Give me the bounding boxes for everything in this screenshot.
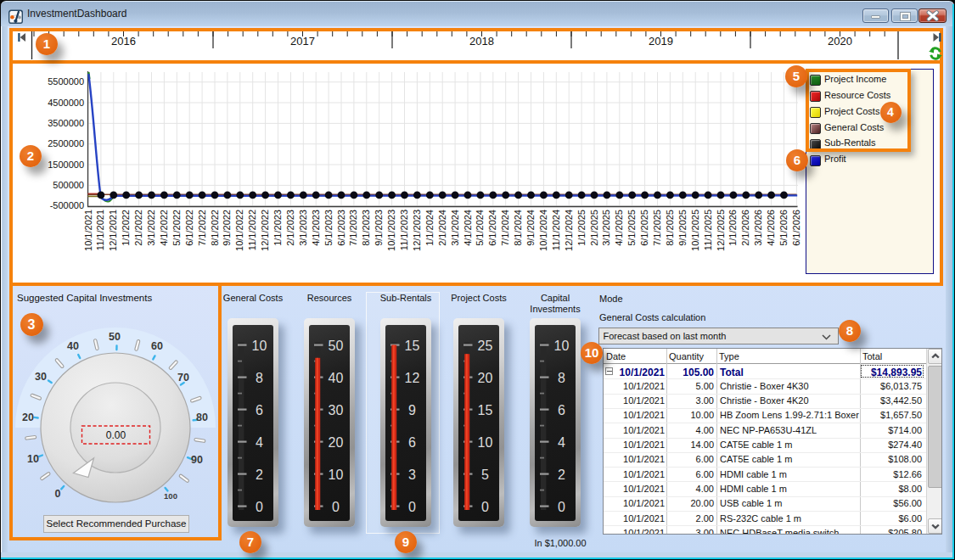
svg-text:7/1/2022: 7/1/2022 [197, 210, 207, 246]
svg-text:10/1/2025: 10/1/2025 [690, 210, 700, 251]
svg-text:5/1/2024: 5/1/2024 [475, 210, 485, 246]
svg-text:3/1/2023: 3/1/2023 [298, 210, 308, 246]
svg-text:12/1/2025: 12/1/2025 [716, 210, 726, 251]
svg-text:11/1/2023: 11/1/2023 [399, 210, 409, 250]
svg-text:3/1/2026: 3/1/2026 [753, 210, 763, 246]
svg-text:50: 50 [329, 339, 344, 353]
svg-text:2/1/2023: 2/1/2023 [285, 210, 295, 246]
svg-text:9/1/2024: 9/1/2024 [525, 210, 536, 246]
svg-text:8: 8 [558, 371, 565, 385]
svg-text:11/1/2021: 11/1/2021 [95, 210, 105, 250]
svg-text:10/1/2024: 10/1/2024 [538, 210, 548, 251]
svg-text:15: 15 [478, 403, 493, 417]
svg-text:2019: 2019 [649, 35, 673, 48]
svg-text:4/1/2022: 4/1/2022 [159, 210, 169, 246]
svg-text:5500000: 5500000 [48, 76, 84, 87]
svg-text:3/1/2024: 3/1/2024 [450, 210, 460, 246]
svg-text:9/1/2022: 9/1/2022 [222, 210, 232, 246]
svg-text:7/1/2024: 7/1/2024 [500, 210, 510, 246]
svg-text:12/1/2021: 12/1/2021 [108, 210, 118, 251]
svg-text:8/1/2024: 8/1/2024 [513, 210, 523, 246]
svg-text:2020: 2020 [828, 35, 852, 48]
svg-text:11/1/2024: 11/1/2024 [551, 210, 561, 250]
svg-text:10/1/2023: 10/1/2023 [386, 210, 396, 251]
svg-text:10: 10 [252, 339, 267, 353]
svg-text:7/1/2025: 7/1/2025 [652, 210, 662, 246]
svg-text:10: 10 [329, 468, 344, 482]
svg-text:9/1/2023: 9/1/2023 [374, 210, 384, 246]
svg-text:40: 40 [67, 340, 79, 352]
svg-text:8/1/2022: 8/1/2022 [210, 210, 220, 246]
svg-text:30: 30 [329, 403, 344, 417]
svg-text:3500000: 3500000 [48, 118, 84, 128]
svg-text:40: 40 [329, 371, 344, 385]
svg-text:70: 70 [177, 372, 189, 384]
svg-text:10/1/2022: 10/1/2022 [234, 210, 244, 251]
svg-text:6/1/2026: 6/1/2026 [791, 210, 801, 246]
svg-text:11/1/2022: 11/1/2022 [247, 210, 257, 250]
svg-text:6: 6 [408, 435, 416, 450]
svg-text:3: 3 [408, 468, 416, 482]
svg-text:15: 15 [405, 339, 420, 353]
svg-text:5/1/2025: 5/1/2025 [626, 210, 637, 246]
svg-text:4/1/2024: 4/1/2024 [463, 210, 473, 246]
svg-text:9/1/2025: 9/1/2025 [677, 210, 688, 246]
svg-text:60: 60 [151, 340, 163, 352]
svg-text:2/1/2026: 2/1/2026 [740, 210, 750, 246]
svg-text:2500000: 2500000 [48, 138, 84, 148]
svg-text:4500000: 4500000 [48, 98, 84, 108]
svg-text:1500000: 1500000 [48, 160, 84, 170]
svg-text:2016: 2016 [111, 35, 136, 48]
svg-text:10/1/2021: 10/1/2021 [83, 210, 93, 251]
svg-text:6/1/2025: 6/1/2025 [639, 210, 649, 246]
svg-text:4/1/2023: 4/1/2023 [311, 210, 321, 246]
svg-text:11/1/2025: 11/1/2025 [703, 210, 713, 250]
svg-text:7/1/2023: 7/1/2023 [348, 210, 358, 246]
svg-text:5/1/2022: 5/1/2022 [171, 210, 182, 246]
svg-text:1/1/2024: 1/1/2024 [424, 210, 435, 246]
svg-text:2018: 2018 [469, 35, 494, 48]
svg-text:5/1/2023: 5/1/2023 [323, 210, 334, 246]
svg-text:80: 80 [196, 412, 208, 423]
svg-text:3/1/2025: 3/1/2025 [601, 210, 611, 246]
svg-text:12/1/2024: 12/1/2024 [564, 210, 574, 251]
svg-text:10: 10 [27, 453, 39, 465]
svg-text:5/1/2026: 5/1/2026 [778, 210, 789, 246]
svg-text:500000: 500000 [53, 180, 84, 190]
svg-text:9: 9 [408, 403, 416, 417]
svg-text:1/1/2023: 1/1/2023 [272, 210, 283, 246]
svg-text:50: 50 [109, 331, 121, 343]
svg-text:8: 8 [256, 371, 263, 385]
svg-text:2/1/2024: 2/1/2024 [437, 210, 447, 246]
svg-text:0: 0 [256, 500, 263, 514]
svg-text:0: 0 [558, 500, 565, 514]
svg-text:6/1/2024: 6/1/2024 [487, 210, 497, 246]
svg-text:20: 20 [478, 371, 493, 385]
svg-text:30: 30 [35, 371, 47, 383]
svg-text:10: 10 [554, 339, 570, 353]
svg-text:0: 0 [481, 500, 489, 514]
svg-text:3/1/2022: 3/1/2022 [146, 210, 156, 246]
svg-text:1/1/2022: 1/1/2022 [121, 210, 131, 246]
svg-text:20: 20 [22, 412, 34, 423]
svg-text:2/1/2025: 2/1/2025 [589, 210, 599, 246]
svg-text:2: 2 [256, 468, 263, 482]
svg-text:5: 5 [481, 468, 489, 482]
svg-text:90: 90 [191, 454, 203, 466]
svg-text:10: 10 [478, 435, 493, 450]
svg-text:0.00: 0.00 [106, 429, 126, 441]
svg-text:100: 100 [164, 491, 177, 501]
svg-text:25: 25 [478, 339, 493, 353]
svg-text:4/1/2025: 4/1/2025 [614, 210, 624, 246]
svg-text:8/1/2023: 8/1/2023 [361, 210, 371, 246]
svg-text:1/1/2026: 1/1/2026 [727, 210, 738, 246]
svg-text:4: 4 [256, 435, 263, 450]
svg-text:0: 0 [332, 500, 340, 514]
svg-text:-500000: -500000 [50, 200, 84, 210]
svg-text:2: 2 [558, 468, 565, 482]
svg-text:8/1/2025: 8/1/2025 [665, 210, 675, 246]
svg-text:6/1/2022: 6/1/2022 [184, 210, 194, 246]
svg-text:6/1/2023: 6/1/2023 [336, 210, 346, 246]
svg-text:12: 12 [405, 371, 420, 385]
svg-text:12/1/2022: 12/1/2022 [260, 210, 270, 251]
